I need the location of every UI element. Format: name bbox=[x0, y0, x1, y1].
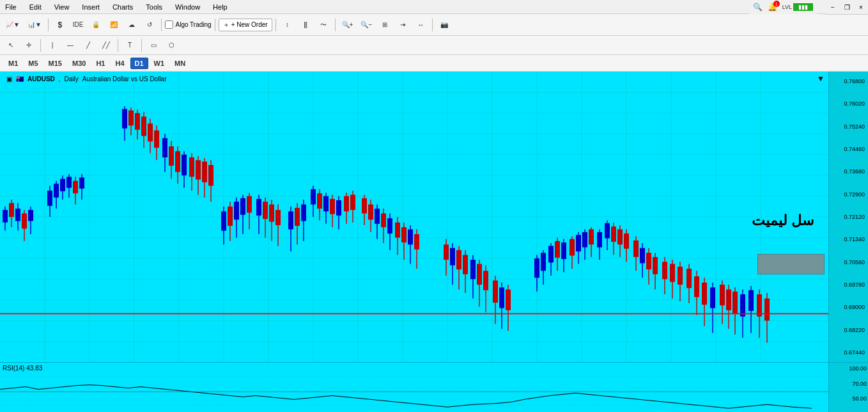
menu-file[interactable]: File bbox=[3, 2, 19, 12]
scroll-right-button[interactable]: ⇥ bbox=[394, 17, 411, 33]
grid-button[interactable]: ⊞ bbox=[376, 17, 393, 33]
svg-rect-179 bbox=[611, 226, 616, 242]
menu-charts[interactable]: Charts bbox=[110, 2, 136, 12]
svg-rect-99 bbox=[288, 211, 293, 229]
separator-1 bbox=[48, 19, 49, 31]
notification-icon[interactable]: 🔔 1 bbox=[768, 3, 777, 12]
new-order-button[interactable]: ＋ + New Order bbox=[219, 19, 272, 31]
svg-rect-207 bbox=[740, 294, 745, 317]
tf-d1[interactable]: D1 bbox=[130, 58, 148, 69]
tf-m5[interactable]: M5 bbox=[24, 58, 42, 69]
new-order-text: + New Order bbox=[231, 21, 268, 28]
rsi-level-70: 70.00 bbox=[830, 381, 867, 387]
tf-m1[interactable]: M1 bbox=[4, 58, 22, 69]
svg-rect-49 bbox=[73, 181, 78, 193]
vertical-line-tool[interactable]: | bbox=[44, 37, 61, 54]
new-order-plus: ＋ bbox=[223, 20, 229, 29]
lock-icon[interactable]: 🔒 bbox=[88, 17, 104, 33]
cursor-tool[interactable]: ↖ bbox=[3, 37, 19, 54]
cloud-icon[interactable]: ☁ bbox=[123, 17, 140, 33]
line-tool[interactable]: ╱╱ bbox=[98, 37, 114, 54]
tf-w1[interactable]: W1 bbox=[150, 58, 169, 69]
tf-m15[interactable]: M15 bbox=[44, 58, 66, 69]
tf-h4[interactable]: H4 bbox=[111, 58, 128, 69]
trade-icon-1[interactable]: ↕ bbox=[279, 17, 296, 33]
svg-rect-201 bbox=[720, 285, 725, 305]
chart-type-button[interactable]: 📊▼ bbox=[24, 17, 45, 33]
tf-mn[interactable]: MN bbox=[170, 58, 190, 69]
wave-icon[interactable]: 〜 bbox=[315, 17, 332, 33]
svg-rect-91 bbox=[256, 199, 261, 216]
horizontal-line-tool[interactable]: — bbox=[62, 37, 79, 54]
signal-icon[interactable]: 📶 bbox=[105, 17, 122, 33]
ide-button[interactable]: IDE bbox=[70, 17, 87, 33]
svg-rect-119 bbox=[362, 198, 367, 214]
svg-rect-155 bbox=[506, 290, 511, 310]
algo-trading-label[interactable]: Algo Trading bbox=[165, 20, 211, 29]
rsi-price-axis: 100.00 70.00 50.00 30.00 bbox=[828, 363, 868, 412]
search-icon[interactable]: 🔍 bbox=[753, 3, 763, 12]
svg-rect-47 bbox=[66, 177, 72, 187]
chart-period-separator: , bbox=[59, 75, 61, 83]
separator-2 bbox=[161, 19, 162, 31]
price-0.68220: 0.68220 bbox=[830, 327, 867, 333]
timeframe-bar: M1 M5 M15 M30 H1 H4 D1 W1 MN bbox=[0, 55, 868, 72]
svg-rect-143 bbox=[463, 255, 468, 274]
rectangle-tool[interactable]: ▭ bbox=[145, 37, 162, 54]
svg-rect-149 bbox=[483, 271, 488, 290]
price-0.69000: 0.69000 bbox=[830, 304, 867, 310]
price-0.70560: 0.70560 bbox=[830, 259, 867, 265]
svg-rect-211 bbox=[757, 294, 762, 317]
restore-button[interactable]: ❐ bbox=[840, 0, 854, 14]
menu-tools[interactable]: Tools bbox=[143, 2, 165, 12]
svg-rect-167 bbox=[570, 239, 575, 256]
svg-rect-113 bbox=[336, 200, 341, 216]
svg-rect-205 bbox=[732, 292, 738, 314]
svg-rect-53 bbox=[122, 109, 127, 128]
svg-rect-159 bbox=[541, 253, 546, 271]
menu-help[interactable]: Help bbox=[210, 2, 230, 12]
price-0.75240: 0.75240 bbox=[830, 123, 867, 130]
svg-rect-193 bbox=[686, 269, 692, 288]
svg-rect-71 bbox=[182, 155, 187, 175]
svg-rect-173 bbox=[589, 229, 594, 244]
shapes-tool[interactable]: ⬡ bbox=[163, 37, 180, 54]
menu-edit[interactable]: Edit bbox=[27, 2, 44, 12]
menu-bar: File Edit View Insert Charts Tools Windo… bbox=[0, 0, 868, 14]
main-toolbar: 📈▼ 📊▼ $ IDE 🔒 📶 ☁ ↺ Algo Trading ＋ + New… bbox=[0, 14, 868, 36]
algo-trading-checkbox[interactable] bbox=[165, 20, 173, 29]
screenshot-button[interactable]: 📷 bbox=[436, 17, 453, 33]
zoom-in-button[interactable]: 🔍+ bbox=[339, 17, 357, 33]
svg-rect-147 bbox=[477, 264, 482, 285]
menu-view[interactable]: View bbox=[52, 2, 72, 12]
crosshair-tool[interactable]: ✛ bbox=[20, 37, 37, 54]
trend-line-tool[interactable]: ╱ bbox=[80, 37, 97, 54]
menu-window[interactable]: Window bbox=[173, 2, 203, 12]
sell-limit-label: سل لیمیت bbox=[752, 212, 814, 229]
svg-rect-135 bbox=[414, 234, 419, 250]
svg-rect-185 bbox=[633, 241, 639, 257]
zoom-out-button[interactable]: 🔍− bbox=[357, 17, 375, 33]
autoscroll-button[interactable]: ↔ bbox=[412, 17, 429, 33]
refresh-icon[interactable]: ↺ bbox=[141, 17, 158, 33]
candle-bars-icon[interactable]: ||| bbox=[297, 17, 314, 33]
chart-header: ▣ 🇦🇺 AUDUSD , Daily Australian Dollar vs… bbox=[3, 74, 171, 84]
svg-rect-125 bbox=[381, 214, 386, 228]
drawing-toolbar: ↖ ✛ | — ╱ ╱╱ T ▭ ⬡ bbox=[0, 36, 868, 55]
svg-rect-129 bbox=[395, 223, 400, 238]
dollar-icon[interactable]: $ bbox=[52, 17, 68, 33]
close-button[interactable]: × bbox=[854, 0, 868, 14]
menu-insert[interactable]: Insert bbox=[79, 2, 102, 12]
new-chart-button[interactable]: 📈▼ bbox=[3, 17, 23, 33]
chart-dropdown-icon[interactable]: ▼ bbox=[817, 74, 825, 83]
tf-m30[interactable]: M30 bbox=[68, 58, 90, 69]
minimize-button[interactable]: − bbox=[826, 0, 840, 14]
text-tool[interactable]: T bbox=[121, 37, 138, 54]
svg-rect-51 bbox=[79, 177, 84, 188]
svg-rect-217 bbox=[670, 264, 675, 282]
tf-h1[interactable]: H1 bbox=[91, 58, 109, 69]
price-0.72120: 0.72120 bbox=[830, 214, 867, 220]
main-chart-area[interactable]: سل لیمیت 0.68533 0.76800 0.76020 0.75240… bbox=[0, 72, 868, 362]
svg-rect-111 bbox=[330, 199, 335, 214]
svg-rect-87 bbox=[240, 198, 245, 215]
